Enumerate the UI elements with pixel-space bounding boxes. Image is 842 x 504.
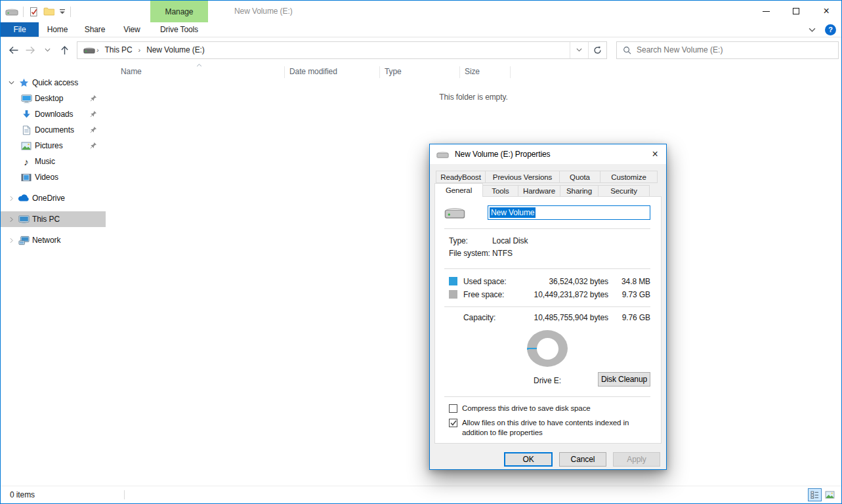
column-header-type[interactable]: Type <box>380 62 460 81</box>
close-button[interactable]: × <box>811 1 841 22</box>
sidebar-item-onedrive[interactable]: OneDrive <box>1 190 106 206</box>
refresh-button[interactable] <box>588 42 606 58</box>
chevron-right-icon[interactable] <box>7 238 15 243</box>
help-icon[interactable]: ? <box>825 24 836 35</box>
thumbnail-view-button[interactable] <box>823 488 837 501</box>
ribbon-tab-row: File Home Share View Drive Tools ? <box>1 22 841 37</box>
download-arrow-icon <box>20 110 32 119</box>
pin-icon <box>90 126 97 133</box>
sidebar-item-this-pc[interactable]: This PC <box>1 211 106 227</box>
used-space-swatch <box>449 277 457 285</box>
ribbon-collapse-chevron-icon[interactable] <box>809 28 816 32</box>
dialog-tab-row-front: General Tools Hardware Sharing Security <box>434 183 666 197</box>
column-header-date-modified[interactable]: Date modified <box>285 62 380 81</box>
this-pc-icon <box>18 215 30 224</box>
pin-icon <box>90 110 97 117</box>
quick-access-toolbar <box>5 1 71 22</box>
sidebar-item-pictures[interactable]: Pictures <box>1 138 106 154</box>
sidebar-item-videos[interactable]: Videos <box>1 169 106 185</box>
sidebar-item-documents[interactable]: Documents <box>1 122 106 138</box>
general-tab-page: New Volume Type: Local Disk File system:… <box>434 196 662 444</box>
tab-view[interactable]: View <box>114 22 150 37</box>
breadcrumb-new-volume[interactable]: New Volume (E:) <box>142 42 209 58</box>
tab-home[interactable]: Home <box>39 22 76 37</box>
tab-sharing[interactable]: Sharing <box>560 185 599 197</box>
type-label: Type: <box>449 236 492 245</box>
cancel-button[interactable]: Cancel <box>559 452 606 467</box>
chevron-right-icon[interactable] <box>7 217 15 222</box>
selected-text: New Volume <box>490 207 536 218</box>
maximize-button[interactable] <box>781 1 811 22</box>
sidebar-item-downloads[interactable]: Downloads <box>1 106 106 122</box>
customize-toolbar-caret-icon[interactable] <box>59 9 66 14</box>
index-checkbox[interactable] <box>449 419 457 427</box>
dialog-buttons: OK Cancel Apply <box>430 452 666 467</box>
tab-previous-versions[interactable]: Previous Versions <box>485 171 560 183</box>
chevron-down-icon[interactable] <box>7 81 15 85</box>
volume-label-input[interactable]: New Volume <box>488 205 650 220</box>
minimize-button[interactable] <box>751 1 781 22</box>
sidebar-item-music[interactable]: ♪ Music <box>1 154 106 169</box>
tab-general[interactable]: General <box>434 183 483 197</box>
sidebar-item-network[interactable]: Network <box>1 232 106 248</box>
breadcrumb-chevron-icon: › <box>137 46 142 54</box>
forward-button[interactable] <box>22 41 39 59</box>
up-button[interactable] <box>56 41 73 59</box>
apply-button[interactable]: Apply <box>613 452 660 467</box>
column-header-name[interactable]: Name <box>116 62 285 81</box>
music-note-icon: ♪ <box>20 157 32 167</box>
video-icon <box>20 173 32 182</box>
drive-icon <box>5 7 18 16</box>
ok-button[interactable]: OK <box>504 452 553 467</box>
search-box[interactable] <box>616 41 839 59</box>
breadcrumb-this-pc[interactable]: This PC <box>100 42 137 58</box>
tab-drive-tools[interactable]: Drive Tools <box>150 22 208 37</box>
folder-icon[interactable] <box>43 7 54 16</box>
tab-share[interactable]: Share <box>76 22 114 37</box>
items-count: 0 items <box>10 486 35 503</box>
toolbar-separator <box>70 7 71 17</box>
onedrive-cloud-icon <box>18 194 30 202</box>
contextual-group-manage[interactable]: Manage <box>150 1 208 22</box>
window-title: New Volume (E:) <box>234 1 293 22</box>
empty-folder-message: This folder is empty. <box>106 93 841 102</box>
sidebar-item-desktop[interactable]: Desktop <box>1 91 106 106</box>
tab-tools[interactable]: Tools <box>482 185 518 197</box>
dialog-close-button[interactable]: × <box>644 144 666 164</box>
breadcrumb-chevron-icon: › <box>95 46 100 54</box>
search-icon <box>623 46 631 54</box>
picture-icon <box>20 142 32 150</box>
recent-locations-chevron-icon[interactable] <box>39 41 56 59</box>
tab-quota[interactable]: Quota <box>559 171 600 183</box>
chevron-right-icon[interactable] <box>7 196 15 201</box>
close-icon: × <box>823 6 829 16</box>
navigation-pane: Quick access Desktop Downloads Documents… <box>1 62 106 486</box>
free-space-row: Free space: 10,449,231,872 bytes 9.73 GB <box>444 288 650 301</box>
column-header-size[interactable]: Size <box>460 62 511 81</box>
search-input[interactable] <box>637 45 832 54</box>
tab-customize[interactable]: Customize <box>600 171 658 183</box>
network-icon <box>18 236 30 245</box>
dialog-tab-row-back: ReadyBoost Previous Versions Quota Custo… <box>436 171 666 183</box>
disk-cleanup-button[interactable]: Disk Cleanup <box>598 372 650 387</box>
properties-check-icon[interactable] <box>28 7 39 17</box>
sidebar-item-quick-access[interactable]: Quick access <box>1 75 106 91</box>
tab-readyboost[interactable]: ReadyBoost <box>436 171 486 183</box>
tab-file[interactable]: File <box>1 22 39 37</box>
free-space-swatch <box>449 290 457 299</box>
compress-checkbox[interactable] <box>449 404 457 413</box>
back-button[interactable] <box>5 41 22 59</box>
toolbar-separator <box>23 7 24 17</box>
tab-hardware[interactable]: Hardware <box>518 185 560 197</box>
drive-icon <box>436 150 449 159</box>
tab-security[interactable]: Security <box>598 185 650 197</box>
used-space-row: Used space: 36,524,032 bytes 34.8 MB <box>444 275 650 288</box>
status-separator <box>124 490 125 499</box>
details-view-button[interactable] <box>808 488 822 501</box>
pin-icon <box>90 94 97 102</box>
drive-icon <box>444 205 465 220</box>
drive-icon[interactable] <box>83 46 95 54</box>
address-dropdown-button[interactable] <box>570 42 588 58</box>
properties-dialog: New Volume (E:) Properties × ReadyBoost … <box>429 144 667 470</box>
address-bar[interactable]: › This PC › New Volume (E:) <box>77 41 607 59</box>
